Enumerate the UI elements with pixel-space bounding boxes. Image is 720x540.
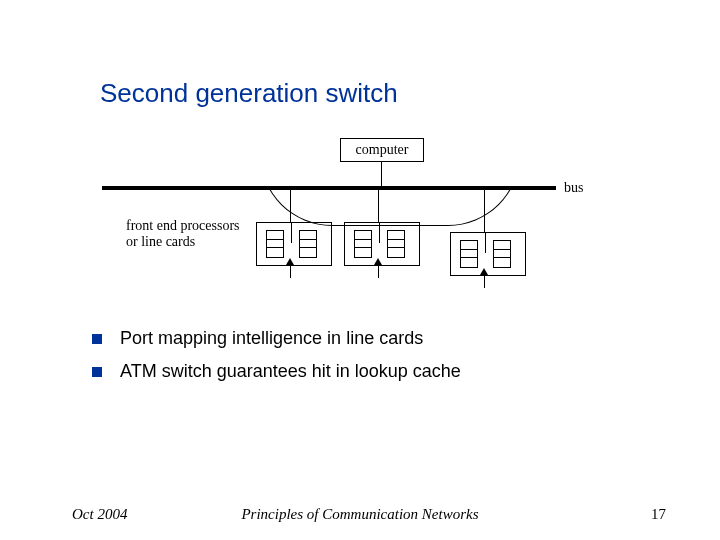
footer-title: Principles of Communication Networks — [0, 506, 720, 523]
up-arrow-2-head — [374, 258, 382, 265]
computer-box: computer — [340, 138, 424, 162]
bus-label: bus — [564, 180, 583, 196]
list-item: ATM switch guarantees hit in lookup cach… — [92, 361, 461, 382]
up-arrow-2-stem — [378, 264, 379, 278]
control-arc — [260, 154, 520, 226]
bullet-text: Port mapping intelligence in line cards — [120, 328, 423, 349]
list-item: Port mapping intelligence in line cards — [92, 328, 461, 349]
bullet-text: ATM switch guarantees hit in lookup cach… — [120, 361, 461, 382]
bullet-square-icon — [92, 334, 102, 344]
bullet-square-icon — [92, 367, 102, 377]
up-arrow-3-head — [480, 268, 488, 275]
bullet-list: Port mapping intelligence in line cards … — [92, 328, 461, 394]
up-arrow-3-stem — [484, 274, 485, 288]
slide-title: Second generation switch — [100, 78, 398, 109]
fep-label: front end processors or line cards — [126, 218, 240, 250]
up-arrow-1-stem — [290, 264, 291, 278]
line-card-2 — [344, 222, 420, 266]
computer-drop-line — [381, 162, 382, 186]
up-arrow-1-head — [286, 258, 294, 265]
page-number: 17 — [651, 506, 666, 523]
line-card-3 — [450, 232, 526, 276]
line-card-1 — [256, 222, 332, 266]
